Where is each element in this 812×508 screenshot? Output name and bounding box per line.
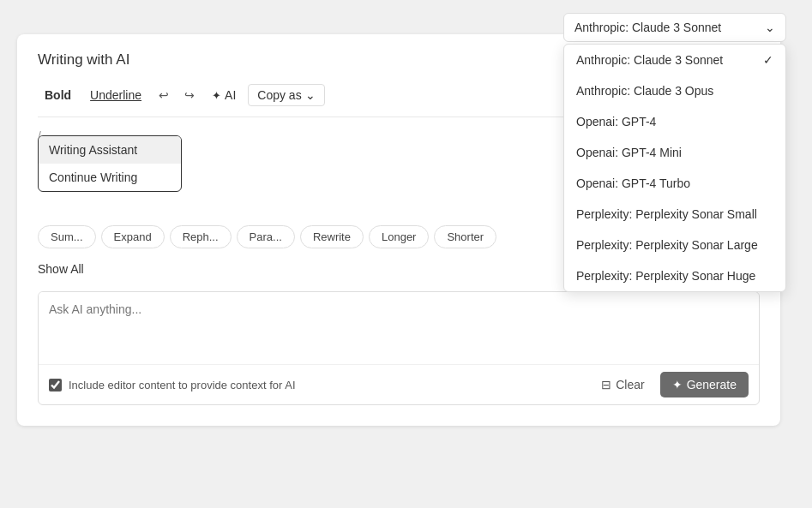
copy-chevron-icon: ⌄ <box>305 88 316 102</box>
model-dropdown-container: Anthropic: Claude 3 Sonnet ⌄ Anthropic: … <box>563 13 786 42</box>
chip-paraphrase[interactable]: Para... <box>237 225 295 248</box>
dropdown-item-label: Openai: GPT-4 Mini <box>576 146 682 159</box>
dropdown-item-label: Perplexity: Perplexity Sonar Large <box>576 238 758 252</box>
clear-icon: ⊟ <box>601 378 611 391</box>
model-dropdown-menu: Anthropic: Claude 3 Sonnet✓Anthropic: Cl… <box>563 44 786 292</box>
show-all-button[interactable]: Show All <box>38 259 84 279</box>
copy-as-label: Copy as <box>257 88 301 102</box>
dropdown-item-label: Openai: GPT-4 <box>576 115 656 128</box>
generate-button[interactable]: ✦ Generate <box>660 372 749 397</box>
autocomplete-item-continue-writing[interactable]: Continue Writing <box>39 164 181 191</box>
autocomplete-item-writing-assistant[interactable]: Writing Assistant <box>39 136 181 164</box>
ai-button-label: AI <box>225 88 236 102</box>
selected-model-label: Anthropic: Claude 3 Sonnet <box>574 21 721 34</box>
ai-input-footer: Include editor content to provide contex… <box>39 364 759 404</box>
ai-textarea[interactable] <box>39 292 759 361</box>
dropdown-item-label: Anthropic: Claude 3 Opus <box>576 84 713 98</box>
dropdown-item-perplexity-small[interactable]: Perplexity: Perplexity Sonar Small <box>564 199 785 230</box>
generate-label: Generate <box>687 378 737 391</box>
autocomplete-popup: Writing Assistant Continue Writing <box>38 135 182 192</box>
writing-assistant-label: Writing Assistant <box>49 143 137 157</box>
dropdown-item-gpt4-mini[interactable]: Openai: GPT-4 Mini <box>564 137 785 168</box>
chip-shorter[interactable]: Shorter <box>434 225 496 248</box>
chip-rewrite[interactable]: Rewrite <box>300 225 364 248</box>
undo-button[interactable]: ↩ <box>153 85 174 105</box>
dropdown-item-claude-3-sonnet[interactable]: Anthropic: Claude 3 Sonnet✓ <box>564 45 785 75</box>
generate-sparkle-icon: ✦ <box>672 378 683 391</box>
redo-button[interactable]: ↪ <box>179 85 200 105</box>
dropdown-item-label: Perplexity: Perplexity Sonar Huge <box>576 269 755 283</box>
model-dropdown-trigger[interactable]: Anthropic: Claude 3 Sonnet ⌄ <box>563 13 786 42</box>
dropdown-item-perplexity-huge[interactable]: Perplexity: Perplexity Sonar Huge <box>564 260 785 291</box>
continue-writing-label: Continue Writing <box>49 170 137 184</box>
footer-actions: ⊟ Clear ✦ Generate <box>592 372 749 397</box>
context-checkbox[interactable] <box>49 379 62 391</box>
ai-button[interactable]: ✦ AI <box>205 85 243 105</box>
check-icon: ✓ <box>763 53 773 67</box>
ai-sparkle-icon: ✦ <box>212 89 221 102</box>
undo-icon: ↩ <box>159 88 169 102</box>
dropdown-item-claude-3-opus[interactable]: Anthropic: Claude 3 Opus <box>564 75 785 106</box>
bold-button[interactable]: Bold <box>38 85 78 105</box>
context-checkbox-text: Include editor content to provide contex… <box>69 379 296 391</box>
dropdown-item-gpt4[interactable]: Openai: GPT-4 <box>564 106 785 137</box>
dropdown-item-label: Openai: GPT-4 Turbo <box>576 176 690 190</box>
redo-icon: ↪ <box>184 88 195 102</box>
ai-input-area: Include editor content to provide contex… <box>38 291 760 405</box>
chevron-down-icon: ⌄ <box>765 21 775 34</box>
clear-label: Clear <box>616 378 644 391</box>
dropdown-item-gpt4-turbo[interactable]: Openai: GPT-4 Turbo <box>564 168 785 199</box>
chip-longer[interactable]: Longer <box>369 225 429 248</box>
clear-button[interactable]: ⊟ Clear <box>592 373 653 397</box>
chip-expand[interactable]: Expand <box>101 225 165 248</box>
dropdown-item-label: Perplexity: Perplexity Sonar Small <box>576 207 757 221</box>
chip-rephrase[interactable]: Reph... <box>170 225 232 248</box>
copy-as-button[interactable]: Copy as ⌄ <box>248 84 324 106</box>
chip-summarize[interactable]: Sum... <box>38 225 96 248</box>
dropdown-item-label: Anthropic: Claude 3 Sonnet <box>576 53 723 67</box>
underline-button[interactable]: Underline <box>83 85 148 105</box>
context-checkbox-label[interactable]: Include editor content to provide contex… <box>49 379 296 391</box>
dropdown-item-perplexity-large[interactable]: Perplexity: Perplexity Sonar Large <box>564 230 785 260</box>
